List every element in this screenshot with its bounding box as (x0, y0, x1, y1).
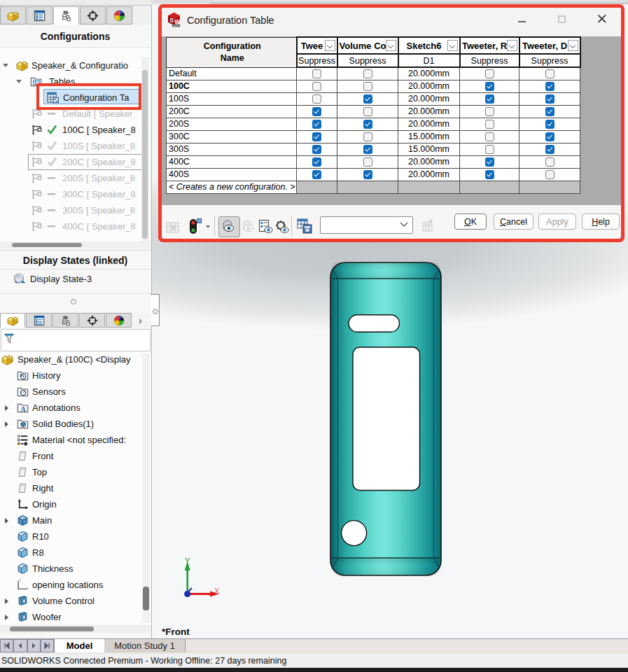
svg-text:Y: Y (185, 556, 190, 565)
svg-text:X: X (214, 587, 220, 595)
svg-text:2023: 2023 (173, 24, 179, 27)
svg-text:W: W (174, 18, 181, 25)
svg-text:S: S (169, 17, 174, 24)
